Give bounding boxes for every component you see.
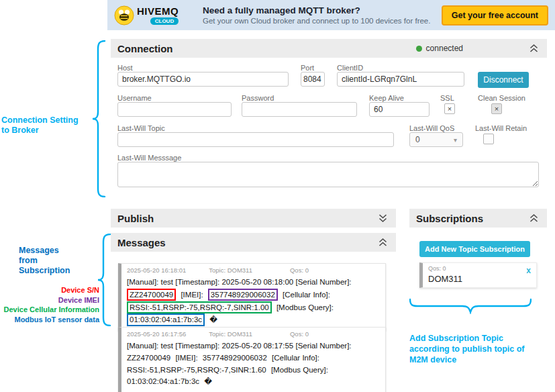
legend-device-cellular: Device Cellular Information	[0, 305, 99, 315]
imei-label: [IMEI]:	[181, 291, 203, 299]
messages-title: Messages	[117, 237, 166, 248]
lastwill-retain-checkbox[interactable]	[483, 134, 494, 144]
connection-annotation: Connection Setting to Broker	[1, 115, 95, 136]
annotation-line: according to publish topic of	[409, 344, 555, 354]
messages-annotation: Messages from Subscription	[19, 246, 99, 276]
banner-text: Need a fully managed MQTT broker? Get yo…	[203, 5, 442, 25]
username-input[interactable]	[117, 102, 232, 117]
page: HIVEMQ CLOUD Need a fully managed MQTT b…	[0, 0, 555, 392]
legend-device-sn: Device S/N	[0, 285, 99, 295]
lastwill-retain-label: Last-Will Retain	[475, 124, 527, 132]
banner-subtext: Get your own Cloud broker and connect up…	[203, 17, 442, 25]
message-meta: 2025-05-20 16:17:56 Topic: DOM311 Qos: 0	[127, 330, 380, 338]
message-payload: [Manual]: test [Timestamp]: 2025-05-20 0…	[127, 340, 380, 388]
keepalive-label: Keep Alive	[369, 94, 404, 102]
annotation-line: Subscription	[19, 266, 99, 276]
message-item: 2025-05-20 16:18:01 Topic: DOM311 Qos: 0…	[118, 263, 386, 331]
message-topic: Topic: DOM311	[209, 330, 252, 338]
lastwill-message-label: Last-Will Messsage	[117, 154, 181, 162]
connection-title: Connection	[117, 43, 173, 54]
username-label: Username	[117, 94, 152, 102]
collapse-messages-icon[interactable]	[378, 238, 388, 247]
clean-session-checkbox[interactable]: ×	[491, 103, 502, 114]
annotation-line: Add Subscription Topic	[409, 333, 555, 344]
collapse-subscriptions-icon[interactable]	[529, 213, 539, 223]
payload-tail: �	[209, 315, 217, 324]
modbus-value: 01:03:02:04:a1:7b:3c	[127, 377, 199, 385]
message-qos: Qos: 0	[290, 330, 309, 338]
annotation-line: Messages	[19, 246, 99, 256]
port-label: Port	[301, 64, 314, 72]
hivemq-bee-icon	[114, 5, 134, 26]
payload-text: [Manual]: test [Timestamp]: 2025-05-20 0…	[127, 278, 352, 286]
message-payload: [Manual]: test [Timestamp]: 2025-05-20 0…	[127, 277, 380, 326]
message-item: 2025-05-20 16:17:56 Topic: DOM311 Qos: 0…	[118, 327, 386, 392]
imei-value: 357748929006032	[203, 354, 267, 362]
ssl-label: SSL	[440, 94, 454, 102]
publish-title: Publish	[117, 213, 154, 224]
imei-label: [IMEI]:	[175, 354, 197, 362]
ssl-checkbox[interactable]: ×	[444, 103, 455, 114]
connection-status: connected	[416, 44, 463, 53]
message-meta: 2025-05-20 16:18:01 Topic: DOM311 Qos: 0	[127, 266, 380, 274]
modbus-label: [Modbus Query]:	[276, 303, 334, 311]
subscription-annotation: Add Subscription Topic according to publ…	[409, 333, 555, 365]
port-input[interactable]	[301, 72, 325, 87]
imei-value: 357748929006032	[208, 289, 278, 301]
subscriptions-title: Subscriptions	[416, 213, 483, 224]
message-qos: Qos: 0	[290, 266, 309, 274]
lastwill-topic-input[interactable]	[117, 132, 394, 147]
messages-section-header: Messages	[111, 233, 396, 252]
subscriptions-section-header: Subscriptions	[409, 209, 547, 228]
disconnect-button[interactable]: Disconnect	[478, 72, 529, 88]
connection-section-header: Connection connected	[111, 39, 547, 58]
dropdown-caret-icon: ▾	[454, 136, 457, 144]
banner-headline: Need a fully managed MQTT broker?	[203, 5, 442, 15]
legend-modbus: Modbus IoT sensor data	[0, 315, 99, 325]
connected-status-dot	[416, 46, 422, 52]
cellular-value: RSSI:-51,RSRP:-75,RSRQ:-7,SINR:1.60	[127, 366, 266, 374]
modbus-value: 01:03:02:04:a1:7b:3c	[127, 313, 205, 326]
collapse-connection-icon[interactable]	[529, 44, 539, 53]
connection-brace	[91, 40, 106, 197]
get-free-account-button[interactable]: Get your free account	[442, 5, 548, 26]
lastwill-message-textarea[interactable]	[117, 162, 539, 187]
keepalive-input[interactable]	[369, 102, 430, 117]
subscription-item: Qos: 0 DOM311 x	[419, 262, 537, 288]
payload-tail: �	[204, 377, 212, 385]
host-input[interactable]	[117, 72, 289, 87]
hivemq-cloud-badge: CLOUD	[150, 17, 179, 25]
hivemq-logo: HIVEMQ CLOUD	[114, 5, 193, 26]
lastwill-qos-value: 0	[415, 135, 420, 144]
lastwill-qos-select[interactable]: 0 ▾	[409, 132, 463, 147]
serial-number-value: ZZ24700049	[127, 289, 176, 301]
payload-legend: Device S/N Device IMEI Device Cellular I…	[0, 285, 99, 324]
message-topic: Topic: DOM311	[209, 266, 252, 274]
cellular-value: RSSI:-51,RSRP:-75,RSRQ:-7,SINR:1.00	[127, 301, 272, 313]
lastwill-topic-label: Last-Will Topic	[117, 124, 165, 132]
annotation-line: Connection Setting	[1, 115, 95, 126]
hivemq-banner: HIVEMQ CLOUD Need a fully managed MQTT b…	[107, 0, 555, 30]
cellular-label: [Cellular Info]:	[283, 291, 330, 299]
unsubscribe-close-button[interactable]: x	[526, 266, 531, 275]
serial-number-value: ZZ24700049	[127, 354, 170, 362]
hivemq-brand-text: HIVEMQ	[137, 5, 179, 17]
clientid-input[interactable]	[337, 72, 464, 87]
annotation-line: to Broker	[1, 126, 95, 136]
subscription-brace	[409, 298, 532, 314]
legend-device-imei: Device IMEI	[0, 295, 99, 305]
publish-section-header: Publish	[111, 209, 396, 228]
message-timestamp: 2025-05-20 16:18:01	[127, 266, 186, 274]
add-subscription-button[interactable]: Add New Topic Subscription	[419, 241, 530, 257]
modbus-label: [Modbus Query]:	[271, 366, 328, 374]
clean-session-label: Clean Session	[478, 94, 525, 102]
password-input[interactable]	[242, 102, 357, 117]
connection-status-text: connected	[426, 44, 463, 53]
host-label: Host	[117, 64, 133, 72]
annotation-line: from	[19, 256, 99, 266]
annotation-line: M2M device	[409, 354, 555, 365]
password-label: Password	[242, 94, 274, 102]
lastwill-qos-label: Last-Will QoS	[409, 124, 454, 132]
cellular-label: [Cellular Info]:	[272, 354, 319, 362]
expand-publish-icon[interactable]	[378, 213, 388, 223]
